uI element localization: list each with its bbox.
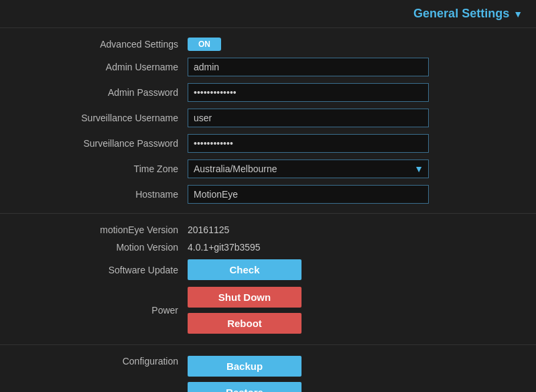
hostname-input[interactable] <box>188 185 429 204</box>
hostname-row: Hostname <box>27 185 509 204</box>
header-title-text: General Settings <box>413 7 509 21</box>
advanced-settings-row: Advanced Settings ON <box>27 38 509 51</box>
power-label: Power <box>27 305 188 316</box>
advanced-settings-label: Advanced Settings <box>27 39 188 50</box>
advanced-settings-toggle[interactable]: ON <box>188 38 221 51</box>
settings-page: General Settings ▼ Advanced Settings ON … <box>0 0 536 392</box>
admin-username-label: Admin Username <box>27 62 188 72</box>
admin-username-input[interactable] <box>188 58 429 76</box>
power-row: Power Shut Down Reboot <box>27 287 509 334</box>
backup-button[interactable]: Backup <box>188 356 302 377</box>
advanced-settings-control: ON <box>188 38 509 51</box>
config-row: Configuration Backup Restore <box>27 356 509 392</box>
admin-username-row: Admin Username <box>27 58 509 76</box>
timezone-select-wrapper: Australia/Melbourne Australia/Sydney UTC… <box>188 159 429 178</box>
surveillance-username-label: Surveillance Username <box>27 113 188 123</box>
header-title: General Settings ▼ <box>413 7 523 21</box>
surveillance-username-input[interactable] <box>188 109 429 127</box>
motioneye-version-label: motionEye Version <box>27 224 188 235</box>
restore-button[interactable]: Restore <box>188 382 302 392</box>
form-section: Advanced Settings ON Admin Username Admi… <box>0 28 536 214</box>
surveillance-password-input[interactable] <box>188 134 429 153</box>
software-update-control: Check <box>188 259 509 280</box>
header-dropdown-arrow[interactable]: ▼ <box>513 9 523 19</box>
surveillance-password-control <box>188 134 509 153</box>
motion-version-value: 4.0.1+git37b3595 <box>188 242 261 253</box>
reboot-button[interactable]: Reboot <box>188 313 302 334</box>
software-update-label: Software Update <box>27 265 188 275</box>
timezone-row: Time Zone Australia/Melbourne Australia/… <box>27 159 509 178</box>
shutdown-button[interactable]: Shut Down <box>188 287 302 308</box>
software-update-row: Software Update Check <box>27 259 509 280</box>
admin-password-label: Admin Password <box>27 87 188 98</box>
hostname-label: Hostname <box>27 189 188 200</box>
admin-password-control <box>188 83 509 102</box>
surveillance-password-label: Surveillance Password <box>27 138 188 149</box>
config-section: Configuration Backup Restore <box>0 345 536 392</box>
motioneye-version-row: motionEye Version 20161125 <box>27 224 509 235</box>
motion-version-row: Motion Version 4.0.1+git37b3595 <box>27 242 509 253</box>
config-label: Configuration <box>27 356 188 367</box>
admin-username-control <box>188 58 509 76</box>
info-section: motionEye Version 20161125 Motion Versio… <box>0 214 536 345</box>
surveillance-username-control <box>188 109 509 127</box>
timezone-select[interactable]: Australia/Melbourne Australia/Sydney UTC… <box>188 159 429 178</box>
surveillance-username-row: Surveillance Username <box>27 109 509 127</box>
motioneye-version-value: 20161125 <box>188 224 229 235</box>
config-control: Backup Restore <box>188 356 509 392</box>
power-control: Shut Down Reboot <box>188 287 509 334</box>
timezone-control: Australia/Melbourne Australia/Sydney UTC… <box>188 159 509 178</box>
surveillance-password-row: Surveillance Password <box>27 134 509 153</box>
admin-password-row: Admin Password <box>27 83 509 102</box>
header: General Settings ▼ <box>0 0 536 28</box>
check-button[interactable]: Check <box>188 259 302 280</box>
hostname-control <box>188 185 509 204</box>
admin-password-input[interactable] <box>188 83 429 102</box>
timezone-label: Time Zone <box>27 164 188 174</box>
motion-version-label: Motion Version <box>27 242 188 253</box>
